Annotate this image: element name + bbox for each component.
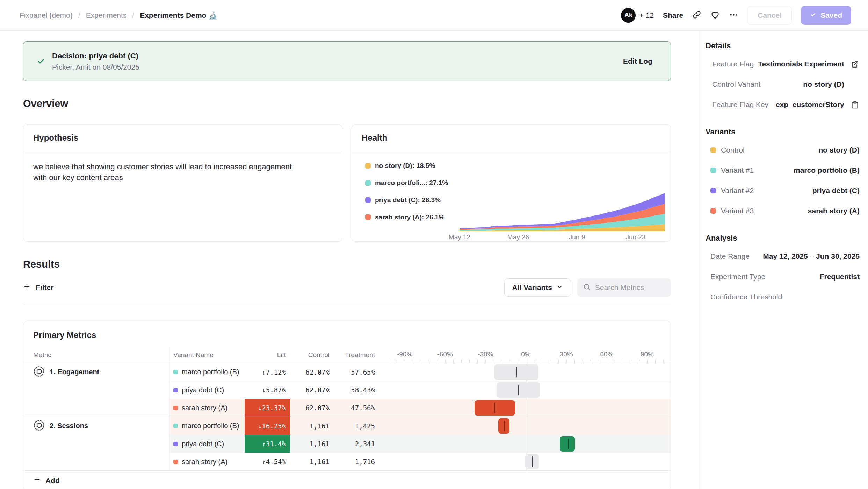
axis-tick <box>599 360 599 363</box>
more-options-button[interactable] <box>729 10 738 21</box>
treatment-value: 1,716 <box>334 453 379 470</box>
lift-value: ↑4.54% <box>245 453 290 470</box>
control-value: 1,161 <box>290 453 334 470</box>
overview-heading: Overview <box>23 98 671 109</box>
variant-label: Variant #2 <box>721 186 754 195</box>
health-legend: no story (D): 18.5%marco portfoli...: 27… <box>365 162 460 240</box>
axis-tick <box>413 360 413 363</box>
variant-row[interactable]: sarah story (A)↓23.37%62.07%47.56% <box>170 399 671 417</box>
axis-tick <box>518 360 518 363</box>
check-icon <box>810 11 816 20</box>
add-metric-label: Add <box>45 476 60 485</box>
ci-cell <box>386 363 671 381</box>
treatment-value: 2,341 <box>334 435 379 453</box>
detail-value: Testimonials Experiment <box>758 60 844 68</box>
x-axis-label: Jun 9 <box>569 233 585 241</box>
hypothesis-header: Hypothesis <box>23 125 342 151</box>
axis-tick <box>461 360 462 363</box>
breadcrumb-current: Experiments Demo 🔬 <box>140 11 217 20</box>
zero-line <box>526 435 526 453</box>
column-variant-name: Variant Name <box>170 351 245 359</box>
axis-tick <box>421 360 421 363</box>
analysis-value: May 12, 2025 – Jun 30, 2025 <box>763 252 860 261</box>
analysis-label: Experiment Type <box>710 272 820 281</box>
metrics-header-row: Metric Variant Name Lift Control Treatme… <box>23 347 671 363</box>
variant-label: Control <box>721 146 745 154</box>
axis-tick <box>502 360 502 363</box>
legend-swatch <box>365 214 371 220</box>
link-icon <box>692 10 701 20</box>
details-section: Details Feature FlagTestimonials Experim… <box>706 41 860 115</box>
primary-metrics-card: Primary Metrics Metric Variant Name Lift… <box>23 321 671 489</box>
decision-banner: Decision: priya debt (C) Picker, Amit on… <box>23 41 671 81</box>
share-button[interactable]: Share <box>663 11 683 20</box>
breadcrumb-experiments[interactable]: Experiments <box>86 11 127 20</box>
x-axis-label: May 26 <box>507 233 529 241</box>
variant-row[interactable]: priya debt (C)↓5.87%62.07%58.43% <box>170 381 671 399</box>
analysis-row: Confidence Threshold <box>710 287 860 307</box>
control-value: 1,161 <box>290 417 334 435</box>
ci-mean-tick <box>516 367 517 377</box>
detail-value: exp_customerStory <box>776 100 844 109</box>
health-chart-svg <box>460 168 665 231</box>
axis-label: -60% <box>437 350 453 358</box>
variant-row[interactable]: priya debt (C)↑31.4%1,1612,341 <box>170 435 671 453</box>
variant-swatch <box>173 388 178 392</box>
add-filter-button[interactable]: Filter <box>23 283 53 292</box>
top-bar: Fixpanel {demo} / Experiments / Experime… <box>0 0 868 31</box>
variants-dropdown[interactable]: All Variants <box>504 278 571 297</box>
breadcrumb: Fixpanel {demo} / Experiments / Experime… <box>20 11 217 20</box>
analysis-row: Experiment TypeFrequentist <box>710 267 860 287</box>
legend-label: sarah story (A): 26.1% <box>375 213 445 221</box>
zero-line <box>526 356 526 363</box>
avatar[interactable]: Ak <box>621 8 636 23</box>
favorite-button[interactable] <box>710 10 720 21</box>
copy-icon[interactable] <box>848 100 860 109</box>
variant-assignment-row: Variant #3sarah story (A) <box>710 201 860 221</box>
main-content: Decision: priya debt (C) Picker, Amit on… <box>0 31 699 489</box>
variant-swatch <box>173 424 178 428</box>
axis-tick <box>469 360 470 363</box>
variant-row[interactable]: marco portfolio (B)↓7.12%62.07%57.65% <box>170 363 671 381</box>
axis-tick <box>397 360 397 363</box>
legend-label: marco portfoli...: 27.1% <box>375 179 448 187</box>
axis-label: -90% <box>397 350 412 358</box>
detail-label: Feature Flag Key <box>712 100 776 109</box>
search-metrics-input[interactable] <box>595 283 665 292</box>
variant-row[interactable]: sarah story (A)↑4.54%1,1611,716 <box>170 453 671 470</box>
results-toolbar: Filter All Variants <box>23 278 671 297</box>
saved-button[interactable]: Saved <box>801 6 851 25</box>
add-metric-button[interactable]: Add <box>23 470 671 489</box>
collaborators-count[interactable]: + 12 <box>639 11 653 20</box>
axis-tick <box>389 360 389 363</box>
variant-assignment-row: Variant #1marco portfolio (B) <box>710 160 860 180</box>
breadcrumb-separator: / <box>132 11 134 20</box>
axis-tick <box>510 360 510 363</box>
variant-swatch <box>173 442 178 446</box>
breadcrumb-project[interactable]: Fixpanel {demo} <box>20 11 73 20</box>
metric-cell: 2. Sessions <box>23 417 170 470</box>
axis-tick <box>485 360 486 363</box>
axis-tick <box>639 360 639 363</box>
variant-name: sarah story (A) <box>182 458 227 466</box>
analysis-label: Date Range <box>710 252 763 261</box>
cancel-button[interactable]: Cancel <box>747 6 792 25</box>
plus-icon <box>23 283 31 292</box>
analysis-section: Analysis Date RangeMay 12, 2025 – Jun 30… <box>706 234 860 307</box>
lift-value: ↓7.12% <box>245 363 290 381</box>
ci-cell <box>386 399 671 417</box>
external-icon[interactable] <box>848 59 860 69</box>
edit-log-button[interactable]: Edit Log <box>623 57 652 65</box>
top-actions: Ak + 12 Share Cancel Saved <box>621 6 851 25</box>
filter-label: Filter <box>36 283 53 292</box>
control-value: 62.07% <box>290 381 334 399</box>
axis-tick <box>655 360 656 363</box>
variant-row[interactable]: marco portfolio (B)↓16.25%1,1611,425 <box>170 417 671 435</box>
detail-label: Control Variant <box>712 80 803 88</box>
analysis-label: Confidence Threshold <box>710 293 860 301</box>
primary-metrics-title: Primary Metrics <box>23 321 671 347</box>
axis-label: 90% <box>641 350 654 358</box>
saved-label: Saved <box>820 11 842 20</box>
copy-link-icon[interactable] <box>692 10 701 20</box>
ci-mean-tick <box>504 421 505 431</box>
